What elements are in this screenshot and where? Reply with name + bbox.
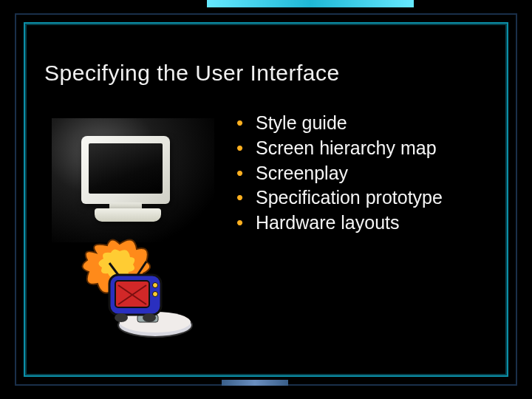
monitor-photo	[52, 118, 214, 242]
monitor-base	[95, 208, 161, 222]
svg-point-9	[115, 313, 128, 322]
list-item: Screen hierarchy map	[236, 136, 488, 161]
svg-point-10	[143, 313, 156, 322]
list-item: Screenplay	[236, 161, 488, 186]
bullet-list: Style guide Screen hierarchy map Screenp…	[236, 103, 488, 341]
slide-body: Style guide Screen hierarchy map Screenp…	[44, 103, 488, 341]
crt-monitor-icon	[81, 136, 170, 204]
accent-bar-bottom	[222, 380, 288, 386]
slide-title: Specifying the User Interface	[44, 61, 340, 86]
svg-point-5	[153, 283, 158, 288]
list-item: Style guide	[236, 111, 488, 136]
illustration-column	[44, 103, 222, 341]
svg-point-6	[153, 292, 158, 297]
list-item: Specification prototype	[236, 185, 488, 211]
cartoon-clipart	[66, 238, 200, 341]
list-item: Hardware layouts	[236, 211, 488, 236]
accent-bar-top	[207, 0, 414, 7]
